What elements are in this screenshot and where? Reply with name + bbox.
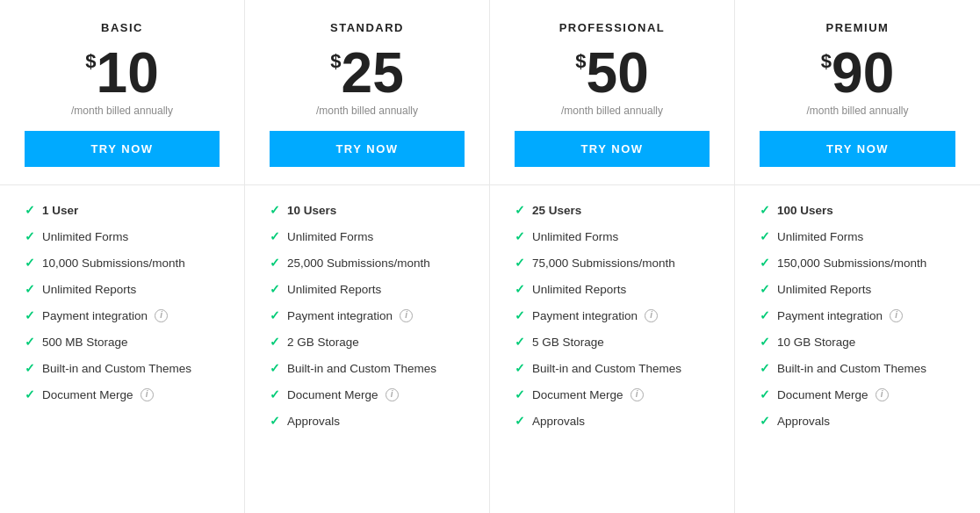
info-icon-standard-7[interactable]: i: [386, 388, 399, 401]
try-now-button-premium[interactable]: TRY NOW: [760, 131, 955, 167]
price-dollar-standard: $: [330, 52, 341, 71]
check-icon-professional-5: ✓: [515, 335, 525, 349]
price-period-standard: /month billed annually: [270, 105, 465, 117]
check-icon-basic-6: ✓: [25, 361, 35, 375]
price-amount-professional: 50: [587, 45, 649, 101]
check-icon-basic-7: ✓: [25, 387, 35, 401]
feature-item-standard-3: ✓Unlimited Reports: [270, 282, 465, 296]
plan-features-basic: ✓1 User✓Unlimited Forms✓10,000 Submissio…: [0, 185, 244, 513]
feature-text-professional-8: Approvals: [532, 415, 585, 428]
check-icon-professional-1: ✓: [515, 229, 525, 243]
feature-item-premium-6: ✓Built-in and Custom Themes: [760, 361, 955, 375]
check-icon-basic-4: ✓: [25, 308, 35, 322]
check-icon-standard-6: ✓: [270, 361, 280, 375]
price-row-basic: $10: [25, 45, 220, 101]
feature-text-standard-4: Payment integration: [287, 309, 393, 322]
feature-text-professional-1: Unlimited Forms: [532, 230, 618, 243]
info-icon-professional-7[interactable]: i: [631, 388, 644, 401]
feature-text-professional-3: Unlimited Reports: [532, 283, 626, 296]
check-icon-premium-4: ✓: [760, 308, 770, 322]
check-icon-professional-0: ✓: [515, 203, 525, 217]
feature-item-premium-8: ✓Approvals: [760, 414, 955, 428]
info-icon-premium-4[interactable]: i: [890, 309, 903, 322]
feature-text-standard-6: Built-in and Custom Themes: [287, 362, 436, 375]
feature-item-standard-6: ✓Built-in and Custom Themes: [270, 361, 465, 375]
check-icon-professional-4: ✓: [515, 308, 525, 322]
feature-item-premium-5: ✓10 GB Storage: [760, 335, 955, 349]
feature-text-basic-5: 500 MB Storage: [42, 336, 128, 349]
feature-item-standard-8: ✓Approvals: [270, 414, 465, 428]
check-icon-standard-5: ✓: [270, 335, 280, 349]
check-icon-professional-7: ✓: [515, 387, 525, 401]
feature-item-premium-3: ✓Unlimited Reports: [760, 282, 955, 296]
plan-features-premium: ✓100 Users✓Unlimited Forms✓150,000 Submi…: [735, 185, 980, 513]
check-icon-premium-3: ✓: [760, 282, 770, 296]
feature-item-standard-5: ✓2 GB Storage: [270, 335, 465, 349]
plan-col-basic: BASIC$10/month billed annuallyTRY NOW✓1 …: [0, 0, 245, 513]
feature-text-basic-0: 1 User: [42, 204, 78, 217]
feature-item-premium-4: ✓Payment integrationi: [760, 308, 955, 322]
feature-text-premium-5: 10 GB Storage: [777, 336, 855, 349]
check-icon-basic-0: ✓: [25, 203, 35, 217]
check-icon-premium-1: ✓: [760, 229, 770, 243]
plan-col-standard: STANDARD$25/month billed annuallyTRY NOW…: [245, 0, 490, 513]
check-icon-basic-2: ✓: [25, 256, 35, 270]
feature-text-premium-0: 100 Users: [777, 204, 833, 217]
plan-features-professional: ✓25 Users✓Unlimited Forms✓75,000 Submiss…: [490, 185, 734, 513]
feature-text-standard-3: Unlimited Reports: [287, 283, 381, 296]
feature-item-standard-1: ✓Unlimited Forms: [270, 229, 465, 243]
plan-col-professional: PROFESSIONAL$50/month billed annuallyTRY…: [490, 0, 735, 513]
check-icon-professional-3: ✓: [515, 282, 525, 296]
feature-text-professional-5: 5 GB Storage: [532, 336, 604, 349]
feature-item-professional-8: ✓Approvals: [515, 414, 710, 428]
feature-text-basic-7: Document Merge: [42, 388, 133, 401]
try-now-button-standard[interactable]: TRY NOW: [270, 131, 465, 167]
check-icon-professional-6: ✓: [515, 361, 525, 375]
price-dollar-professional: $: [575, 52, 586, 71]
feature-text-premium-1: Unlimited Forms: [777, 230, 863, 243]
feature-item-basic-1: ✓Unlimited Forms: [25, 229, 220, 243]
info-icon-premium-7[interactable]: i: [876, 388, 889, 401]
feature-item-basic-4: ✓Payment integrationi: [25, 308, 220, 322]
check-icon-standard-4: ✓: [270, 308, 280, 322]
price-row-premium: $90: [760, 45, 955, 101]
check-icon-professional-8: ✓: [515, 414, 525, 428]
price-period-professional: /month billed annually: [515, 105, 710, 117]
feature-item-basic-2: ✓10,000 Submissions/month: [25, 256, 220, 270]
try-now-button-professional[interactable]: TRY NOW: [515, 131, 710, 167]
check-icon-premium-5: ✓: [760, 335, 770, 349]
info-icon-basic-7[interactable]: i: [141, 388, 154, 401]
check-icon-basic-1: ✓: [25, 229, 35, 243]
feature-item-premium-7: ✓Document Mergei: [760, 387, 955, 401]
check-icon-premium-2: ✓: [760, 256, 770, 270]
check-icon-standard-7: ✓: [270, 387, 280, 401]
plan-name-basic: BASIC: [25, 21, 220, 34]
feature-text-standard-0: 10 Users: [287, 204, 336, 217]
check-icon-professional-2: ✓: [515, 256, 525, 270]
feature-text-premium-7: Document Merge: [777, 388, 868, 401]
feature-item-basic-3: ✓Unlimited Reports: [25, 282, 220, 296]
price-row-professional: $50: [515, 45, 710, 101]
info-icon-basic-4[interactable]: i: [155, 309, 168, 322]
check-icon-basic-5: ✓: [25, 335, 35, 349]
feature-text-premium-4: Payment integration: [777, 309, 883, 322]
feature-text-premium-8: Approvals: [777, 415, 830, 428]
plan-name-professional: PROFESSIONAL: [515, 21, 710, 34]
feature-item-basic-5: ✓500 MB Storage: [25, 335, 220, 349]
feature-item-basic-7: ✓Document Mergei: [25, 387, 220, 401]
feature-item-standard-7: ✓Document Mergei: [270, 387, 465, 401]
info-icon-standard-4[interactable]: i: [400, 309, 413, 322]
feature-item-professional-5: ✓5 GB Storage: [515, 335, 710, 349]
plan-header-standard: STANDARD$25/month billed annuallyTRY NOW: [245, 0, 489, 185]
feature-item-standard-0: ✓10 Users: [270, 203, 465, 217]
info-icon-professional-4[interactable]: i: [645, 309, 658, 322]
feature-text-basic-4: Payment integration: [42, 309, 148, 322]
try-now-button-basic[interactable]: TRY NOW: [25, 131, 220, 167]
check-icon-premium-8: ✓: [760, 414, 770, 428]
check-icon-premium-7: ✓: [760, 387, 770, 401]
check-icon-standard-8: ✓: [270, 414, 280, 428]
price-period-premium: /month billed annually: [760, 105, 955, 117]
check-icon-standard-1: ✓: [270, 229, 280, 243]
feature-item-professional-0: ✓25 Users: [515, 203, 710, 217]
feature-text-standard-1: Unlimited Forms: [287, 230, 373, 243]
